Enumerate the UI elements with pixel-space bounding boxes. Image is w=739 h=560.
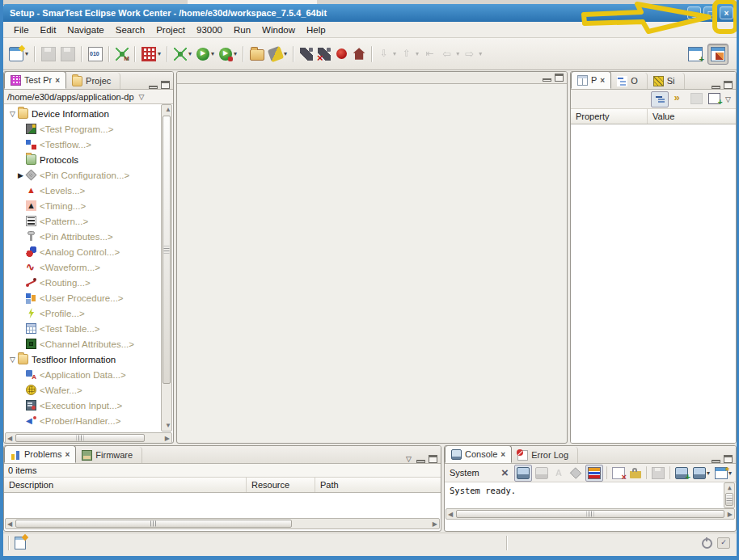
toolbar-button[interactable]: [440, 44, 461, 64]
console-toolbar-button[interactable]: [514, 465, 532, 482]
tab-close-icon[interactable]: ×: [600, 76, 605, 85]
maximize-view-button[interactable]: [161, 81, 170, 89]
tree-item[interactable]: Testfloor Information: [4, 352, 161, 367]
menu-item[interactable]: Project: [150, 23, 191, 36]
tree-item[interactable]: <Test Table...>: [4, 321, 161, 336]
toolbar-button[interactable]: [7, 44, 30, 64]
console-toolbar-button[interactable]: [650, 465, 666, 481]
toolbar-button[interactable]: [316, 44, 332, 64]
view-tab[interactable]: O: [611, 73, 648, 89]
menu-item[interactable]: File: [8, 23, 35, 36]
minimize-view-button[interactable]: [712, 460, 720, 463]
toolbar-button[interactable]: [377, 44, 398, 64]
tree-item[interactable]: <Waveform...>: [4, 259, 161, 275]
toolbar-button[interactable]: [351, 44, 367, 64]
maximize-view-button[interactable]: [724, 81, 733, 89]
tree-item[interactable]: <Wafer...>: [4, 382, 161, 398]
properties-toolbar-button[interactable]: [688, 91, 704, 106]
toolbar-button[interactable]: [87, 44, 104, 64]
setup-perspective-button[interactable]: [707, 44, 728, 65]
tree-twisty-icon[interactable]: [7, 110, 18, 118]
console-output-area[interactable]: System ready. ▲: [445, 482, 736, 508]
tree-item[interactable]: <Channel Attributes...>: [4, 336, 161, 352]
tree-item[interactable]: <Analog Control...>: [4, 244, 161, 259]
column-header[interactable]: Description: [4, 478, 247, 492]
properties-toolbar-button[interactable]: [706, 91, 722, 106]
tree-item[interactable]: <User Procedure...>: [4, 290, 161, 305]
properties-toolbar-button[interactable]: [670, 91, 686, 106]
minimize-view-button[interactable]: [712, 86, 720, 89]
toolbar-button[interactable]: [293, 46, 294, 62]
toolbar-button[interactable]: [243, 46, 244, 62]
tree-item[interactable]: Protocols: [4, 152, 161, 167]
console-horizontal-scrollbar[interactable]: ◀ ▶: [446, 508, 735, 520]
view-menu-icon[interactable]: ▽: [724, 95, 733, 103]
view-tab[interactable]: Console ×: [445, 445, 512, 463]
maximize-view-button[interactable]: [724, 455, 733, 463]
console-toolbar-button[interactable]: [628, 465, 643, 481]
view-tab[interactable]: Si: [648, 73, 685, 89]
view-tab[interactable]: Error Log: [512, 447, 578, 463]
column-header[interactable]: Resource: [247, 478, 315, 492]
tree-item[interactable]: <Application Data...>: [4, 367, 161, 382]
tree-item[interactable]: <Pattern...>: [4, 213, 161, 229]
tab-close-icon[interactable]: ×: [500, 450, 505, 459]
toolbar-button[interactable]: [371, 46, 373, 62]
tree-item[interactable]: <Prober/Handler...>: [4, 413, 161, 428]
tree-vertical-scrollbar[interactable]: ▲ ▼: [161, 104, 172, 432]
path-dropdown-icon[interactable]: ▽: [137, 93, 146, 101]
toolbar-button[interactable]: [248, 44, 266, 64]
tree-item[interactable]: <Timing...>: [4, 198, 161, 213]
toolbar-button[interactable]: [334, 44, 349, 64]
console-toolbar-button[interactable]: [606, 466, 607, 479]
restore-welcome-icon[interactable]: [15, 537, 26, 549]
toolbar-button[interactable]: [399, 44, 420, 64]
minimize-editor-button[interactable]: [543, 78, 551, 82]
console-toolbar-button[interactable]: [674, 465, 690, 481]
toolbar-button[interactable]: [298, 44, 315, 64]
power-status-icon[interactable]: [702, 538, 712, 549]
tree-item[interactable]: <Levels...>: [4, 183, 161, 198]
toolbar-button[interactable]: [217, 44, 239, 64]
console-vertical-scrollbar[interactable]: ▲: [724, 482, 735, 508]
minimize-view-button[interactable]: [416, 460, 425, 463]
tree-twisty-icon[interactable]: [15, 171, 26, 179]
view-tab[interactable]: Problems ×: [4, 445, 76, 463]
console-toolbar-button[interactable]: [551, 465, 566, 481]
view-menu-icon[interactable]: ▽: [404, 455, 413, 463]
problems-horizontal-scrollbar[interactable]: ◀ ▶: [5, 518, 440, 529]
properties-toolbar-button[interactable]: [651, 91, 669, 107]
menu-item[interactable]: Help: [301, 23, 331, 36]
tree-horizontal-scrollbar[interactable]: ◀ ▶: [5, 432, 172, 444]
toolbar-button[interactable]: [40, 44, 57, 64]
console-toolbar-button[interactable]: [669, 466, 670, 479]
tree-item[interactable]: Device Information: [4, 106, 161, 121]
tree-item[interactable]: <Test Program...>: [4, 121, 161, 137]
toolbar-button[interactable]: [134, 46, 136, 62]
tree-item[interactable]: <Execution Input...>: [4, 398, 161, 413]
console-toolbar-button[interactable]: [585, 465, 603, 482]
job-status-icon[interactable]: ✓: [717, 537, 730, 549]
view-tab[interactable]: P ×: [571, 71, 611, 89]
menu-item[interactable]: 93000: [191, 23, 228, 36]
console-toolbar-button[interactable]: [498, 465, 513, 481]
view-tab[interactable]: Test Pr ×: [4, 71, 66, 89]
console-toolbar-button[interactable]: [534, 465, 550, 481]
tree-item[interactable]: <Pin Attributes...>: [4, 229, 161, 244]
menu-item[interactable]: Window: [256, 23, 301, 36]
console-toolbar-button[interactable]: [713, 465, 733, 481]
tree-item[interactable]: <Pin Configuration...>: [4, 167, 161, 183]
toolbar-button[interactable]: [172, 44, 193, 64]
tab-close-icon[interactable]: ×: [55, 76, 60, 85]
toolbar-button[interactable]: [195, 44, 216, 64]
maximize-button[interactable]: □: [703, 6, 717, 19]
console-toolbar-button[interactable]: [610, 465, 627, 481]
column-header[interactable]: Property: [571, 109, 648, 124]
toolbar-button[interactable]: [114, 44, 130, 64]
tree-item[interactable]: <Testflow...>: [4, 137, 161, 152]
console-toolbar-button[interactable]: [646, 466, 647, 479]
column-header[interactable]: Path: [315, 478, 441, 492]
maximize-editor-button[interactable]: [555, 74, 564, 82]
menu-item[interactable]: Edit: [35, 23, 62, 36]
toolbar-button[interactable]: [462, 44, 484, 64]
